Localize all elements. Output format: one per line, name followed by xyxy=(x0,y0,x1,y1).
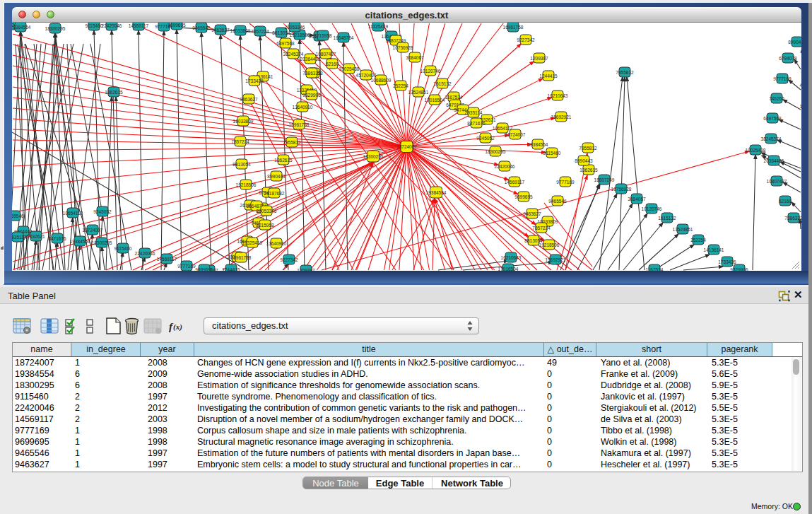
svg-text:9227342: 9227342 xyxy=(280,257,298,262)
svg-text:9115460: 9115460 xyxy=(114,246,132,251)
svg-text:20364436: 20364436 xyxy=(764,158,784,163)
svg-text:8215958: 8215958 xyxy=(314,33,332,38)
svg-text:1362615: 1362615 xyxy=(105,90,123,95)
svg-text:16961758: 16961758 xyxy=(503,25,524,30)
svg-text:6794078: 6794078 xyxy=(779,56,797,61)
svg-text:7955812: 7955812 xyxy=(579,146,597,151)
svg-text:1244415: 1244415 xyxy=(539,74,558,78)
svg-text:17016504: 17016504 xyxy=(425,98,445,103)
svg-text:1167534: 1167534 xyxy=(646,267,664,271)
svg-text:9699695: 9699695 xyxy=(167,23,186,28)
svg-text:9227342: 9227342 xyxy=(517,37,535,42)
svg-text:6497568: 6497568 xyxy=(763,116,782,121)
svg-text:9699695: 9699695 xyxy=(195,267,213,271)
svg-text:1733426: 1733426 xyxy=(718,259,736,264)
svg-text:9777169: 9777169 xyxy=(177,264,196,269)
svg-text:10688609: 10688609 xyxy=(800,104,801,109)
svg-text:45720407: 45720407 xyxy=(356,73,377,78)
svg-text:2935114: 2935114 xyxy=(12,235,27,240)
svg-text:1244415: 1244415 xyxy=(222,267,240,271)
svg-text:15692921: 15692921 xyxy=(546,257,566,262)
svg-text:18807249: 18807249 xyxy=(594,177,615,182)
svg-text:1615132: 1615132 xyxy=(658,216,676,221)
svg-text:13524851: 13524851 xyxy=(408,90,429,95)
svg-text:15692921: 15692921 xyxy=(551,115,572,119)
svg-text:8471676: 8471676 xyxy=(467,121,486,126)
svg-text:45720407: 45720407 xyxy=(800,83,801,88)
svg-text:20364436: 20364436 xyxy=(300,57,321,62)
svg-text:8813054: 8813054 xyxy=(233,162,251,167)
svg-text:18724007: 18724007 xyxy=(396,144,417,149)
svg-text:8990443: 8990443 xyxy=(788,40,801,45)
svg-text:11325419: 11325419 xyxy=(242,240,263,245)
svg-text:16961758: 16961758 xyxy=(289,122,310,127)
svg-text:11325419: 11325419 xyxy=(368,24,389,29)
svg-text:7857224: 7857224 xyxy=(251,29,269,34)
svg-text:10654112: 10654112 xyxy=(493,126,513,131)
svg-text:18300295: 18300295 xyxy=(486,149,506,154)
svg-text:19384554: 19384554 xyxy=(528,142,548,147)
svg-text:18807249: 18807249 xyxy=(386,38,406,43)
svg-text:252254: 252254 xyxy=(393,83,408,88)
svg-text:9115460: 9115460 xyxy=(543,151,561,156)
svg-text:9245052: 9245052 xyxy=(476,136,495,141)
svg-text:6497568: 6497568 xyxy=(276,41,295,46)
svg-text:22420046: 22420046 xyxy=(135,251,155,256)
svg-text:19218506: 19218506 xyxy=(290,33,310,37)
svg-text:10025438: 10025438 xyxy=(746,148,766,153)
svg-text:9777169: 9777169 xyxy=(556,180,575,185)
svg-text:3684067: 3684067 xyxy=(406,55,424,60)
svg-text:7386322: 7386322 xyxy=(784,216,801,221)
svg-text:16648784: 16648784 xyxy=(334,35,354,40)
svg-text:9465546: 9465546 xyxy=(548,199,567,204)
svg-text:62160: 62160 xyxy=(326,62,339,66)
svg-text:19384554: 19384554 xyxy=(426,190,447,195)
svg-text:19384554: 19384554 xyxy=(12,25,31,30)
svg-text:1733426: 1733426 xyxy=(245,78,264,83)
svg-text:(x): (x) xyxy=(173,322,182,332)
svg-text:10756928: 10756928 xyxy=(393,45,413,50)
svg-text:9463627: 9463627 xyxy=(523,211,541,216)
svg-text:10654112: 10654112 xyxy=(63,211,83,216)
svg-text:10756928: 10756928 xyxy=(611,187,632,192)
svg-text:18300295: 18300295 xyxy=(92,240,112,245)
svg-text:9777169: 9777169 xyxy=(773,76,792,81)
svg-text:10025438: 10025438 xyxy=(339,66,360,71)
svg-text:9463627: 9463627 xyxy=(240,97,258,102)
svg-text:8215958: 8215958 xyxy=(256,223,274,228)
svg-text:9329906: 9329906 xyxy=(302,93,321,98)
svg-text:8813054: 8813054 xyxy=(272,30,290,35)
svg-text:7955812: 7955812 xyxy=(283,140,301,145)
svg-text:1362615: 1362615 xyxy=(579,168,598,173)
svg-text:19384554: 19384554 xyxy=(70,239,90,244)
svg-text:10688609: 10688609 xyxy=(371,78,392,83)
svg-text:19218506: 19218506 xyxy=(539,243,560,247)
svg-text:7857224: 7857224 xyxy=(231,139,249,144)
svg-text:1209387: 1209387 xyxy=(530,56,548,61)
svg-text:18724007: 18724007 xyxy=(505,132,526,137)
svg-text:22420046: 22420046 xyxy=(495,164,515,169)
svg-text:14569117: 14569117 xyxy=(157,257,177,262)
svg-text:20053346: 20053346 xyxy=(257,209,277,214)
svg-text:3684067: 3684067 xyxy=(628,197,646,201)
svg-text:2935114: 2935114 xyxy=(465,110,483,115)
svg-text:62160: 62160 xyxy=(779,199,792,204)
svg-text:8990443: 8990443 xyxy=(575,158,593,163)
svg-text:17016504: 17016504 xyxy=(498,267,519,271)
svg-text:18300295: 18300295 xyxy=(45,26,66,31)
svg-text:18300295: 18300295 xyxy=(363,154,384,159)
svg-text:7955812: 7955812 xyxy=(616,70,634,75)
svg-text:252254: 252254 xyxy=(690,238,706,243)
svg-text:7386322: 7386322 xyxy=(302,71,321,76)
svg-text:7632621: 7632621 xyxy=(27,234,45,239)
svg-text:1209387: 1209387 xyxy=(297,268,315,271)
svg-text:13640910: 13640910 xyxy=(266,241,287,246)
svg-text:9699695: 9699695 xyxy=(514,194,533,199)
svg-text:8471676: 8471676 xyxy=(48,236,66,241)
svg-text:9465546: 9465546 xyxy=(192,25,211,30)
svg-text:18724007: 18724007 xyxy=(83,228,103,233)
svg-text:16210643: 16210643 xyxy=(501,255,522,260)
svg-text:16033809: 16033809 xyxy=(230,28,251,33)
svg-text:9115460: 9115460 xyxy=(86,23,103,28)
svg-text:22420046: 22420046 xyxy=(102,23,122,28)
